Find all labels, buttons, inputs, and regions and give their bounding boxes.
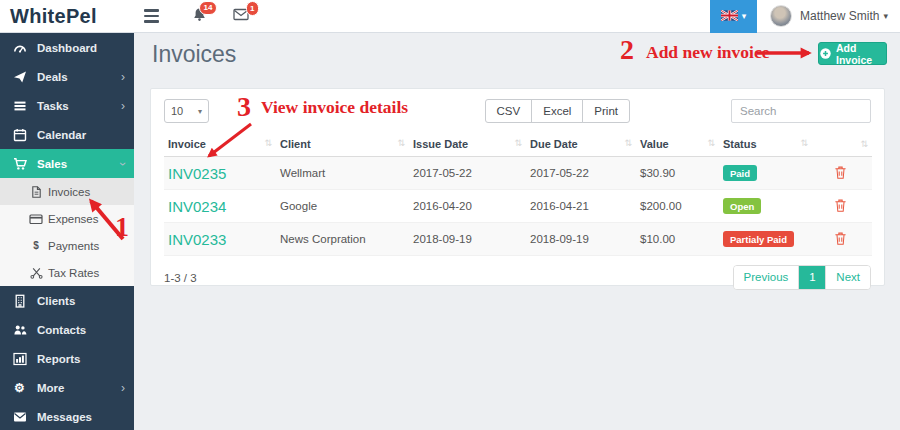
- sidebar-item-label: Reports: [37, 353, 80, 365]
- sort-icon: ⇅: [800, 138, 808, 148]
- value-cell: $30.90: [636, 157, 719, 190]
- sidebar-item-more[interactable]: ⚙ More ›: [0, 373, 134, 402]
- mail-badge: 1: [246, 1, 259, 16]
- sort-icon: ⇅: [514, 138, 522, 148]
- due-date-cell: 2017-05-22: [526, 157, 636, 190]
- status-badge: Open: [723, 198, 761, 214]
- submenu-item-label: Tax Rates: [48, 267, 99, 279]
- excel-button[interactable]: Excel: [531, 99, 583, 123]
- page-size-select[interactable]: 10 ▾: [164, 99, 209, 123]
- invoice-link[interactable]: INV0235: [168, 165, 226, 182]
- app-logo: WhitePel: [0, 5, 134, 28]
- invoice-link[interactable]: INV0233: [168, 231, 226, 248]
- column-header-issue-date[interactable]: Issue Date⇅: [409, 134, 526, 157]
- scissors-icon: [29, 266, 43, 280]
- sidebar-item-deals[interactable]: Deals ›: [0, 62, 134, 91]
- print-button[interactable]: Print: [582, 99, 630, 123]
- table-row: INV0234 Google 2016-04-20 2016-04-21 $20…: [164, 190, 872, 223]
- add-invoice-button[interactable]: Add Invoice: [818, 42, 887, 65]
- language-selector[interactable]: ▾: [710, 0, 757, 33]
- sidebar-item-reports[interactable]: Reports: [0, 344, 134, 373]
- envelope-icon: [12, 410, 27, 424]
- value-cell: $200.00: [636, 190, 719, 223]
- gear-icon: ⚙: [12, 381, 27, 395]
- next-page-button[interactable]: Next: [825, 266, 870, 289]
- column-header-client[interactable]: Client⇅: [276, 134, 409, 157]
- pagination-controls: Previous 1 Next: [733, 265, 871, 290]
- table-header-row: Invoice⇅ Client⇅ Issue Date⇅ Due Date⇅ V…: [164, 134, 872, 157]
- search-input[interactable]: [731, 99, 871, 123]
- chevron-down-icon[interactable]: ▾: [883, 11, 888, 21]
- submenu-item-label: Expenses: [48, 213, 99, 225]
- submenu-item-label: Invoices: [48, 186, 90, 198]
- sidebar-item-label: Dashboard: [37, 42, 97, 54]
- current-page-button[interactable]: 1: [799, 266, 825, 289]
- sidebar-item-label: Calendar: [37, 129, 86, 141]
- sidebar-item-dashboard[interactable]: Dashboard: [0, 33, 134, 62]
- caret-down-icon: ▾: [198, 107, 202, 116]
- sort-icon: ⇅: [860, 139, 868, 149]
- column-header-actions[interactable]: ⇅: [812, 134, 872, 157]
- issue-date-cell: 2018-09-19: [409, 223, 526, 256]
- chevron-right-icon: ›: [121, 71, 125, 83]
- sort-icon: ⇅: [707, 138, 715, 148]
- sidebar-item-label: Messages: [37, 411, 92, 423]
- client-cell: Google: [276, 190, 409, 223]
- delete-invoice-icon[interactable]: [834, 231, 847, 248]
- submenu-item-expenses[interactable]: Expenses: [0, 205, 134, 232]
- sales-submenu: Invoices Expenses $ Payments Tax Rates: [0, 178, 134, 286]
- page-title: Invoices: [152, 41, 236, 68]
- export-button-group: CSV Excel Print: [485, 99, 630, 123]
- notifications-bell-button[interactable]: 14: [192, 7, 207, 26]
- column-header-invoice[interactable]: Invoice⇅: [164, 134, 276, 157]
- submenu-item-tax-rates[interactable]: Tax Rates: [0, 259, 134, 286]
- sidebar-item-sales[interactable]: Sales ›: [0, 149, 134, 178]
- sidebar-item-label: Clients: [37, 295, 75, 307]
- credit-card-icon: [29, 212, 43, 226]
- sidebar-item-label: Sales: [37, 158, 67, 170]
- sidebar-item-label: Contacts: [37, 324, 86, 336]
- invoice-link[interactable]: INV0234: [168, 198, 226, 215]
- sort-icon: ⇅: [624, 138, 632, 148]
- messages-button[interactable]: 1: [233, 7, 249, 25]
- uk-flag-icon: [721, 7, 738, 25]
- sidebar-item-label: Tasks: [37, 100, 69, 112]
- previous-page-button[interactable]: Previous: [734, 266, 800, 289]
- column-header-due-date[interactable]: Due Date⇅: [526, 134, 636, 157]
- menu-toggle-icon[interactable]: [144, 9, 159, 22]
- chevron-right-icon: ›: [121, 100, 125, 112]
- bar-chart-icon: [12, 352, 27, 366]
- sidebar-item-label: More: [37, 382, 64, 394]
- column-header-value[interactable]: Value⇅: [636, 134, 719, 157]
- issue-date-cell: 2017-05-22: [409, 157, 526, 190]
- table-row: INV0233 News Corpration 2018-09-19 2018-…: [164, 223, 872, 256]
- sidebar-item-messages[interactable]: Messages: [0, 402, 134, 430]
- sidebar-item-clients[interactable]: Clients: [0, 286, 134, 315]
- column-header-status[interactable]: Status⇅: [719, 134, 812, 157]
- chevron-right-icon: ›: [121, 382, 125, 394]
- paper-plane-icon: [12, 70, 27, 84]
- user-menu[interactable]: Matthew Smith: [800, 9, 879, 23]
- submenu-item-invoices[interactable]: Invoices: [0, 178, 134, 205]
- plus-circle-icon: [819, 47, 832, 60]
- sidebar-item-tasks[interactable]: Tasks ›: [0, 91, 134, 120]
- avatar[interactable]: [770, 5, 792, 27]
- delete-invoice-icon[interactable]: [834, 165, 847, 182]
- client-cell: News Corpration: [276, 223, 409, 256]
- pagination-info: 1-3 / 3: [164, 272, 197, 284]
- chevron-down-icon: ▾: [742, 11, 747, 21]
- sidebar: Dashboard Deals › Tasks › Calendar Sales…: [0, 33, 134, 430]
- sort-icon: ⇅: [264, 138, 272, 148]
- sidebar-item-contacts[interactable]: Contacts: [0, 315, 134, 344]
- csv-button[interactable]: CSV: [485, 99, 533, 123]
- top-navbar: WhitePel 14 1 ▾ Matthew Smith ▾: [0, 0, 900, 33]
- shopping-cart-icon: [12, 157, 27, 171]
- bell-badge: 14: [199, 1, 217, 16]
- submenu-item-payments[interactable]: $ Payments: [0, 232, 134, 259]
- issue-date-cell: 2016-04-20: [409, 190, 526, 223]
- calendar-icon: [12, 128, 27, 142]
- value-cell: $10.00: [636, 223, 719, 256]
- delete-invoice-icon[interactable]: [834, 198, 847, 215]
- invoice-file-icon: [29, 185, 43, 199]
- sidebar-item-calendar[interactable]: Calendar: [0, 120, 134, 149]
